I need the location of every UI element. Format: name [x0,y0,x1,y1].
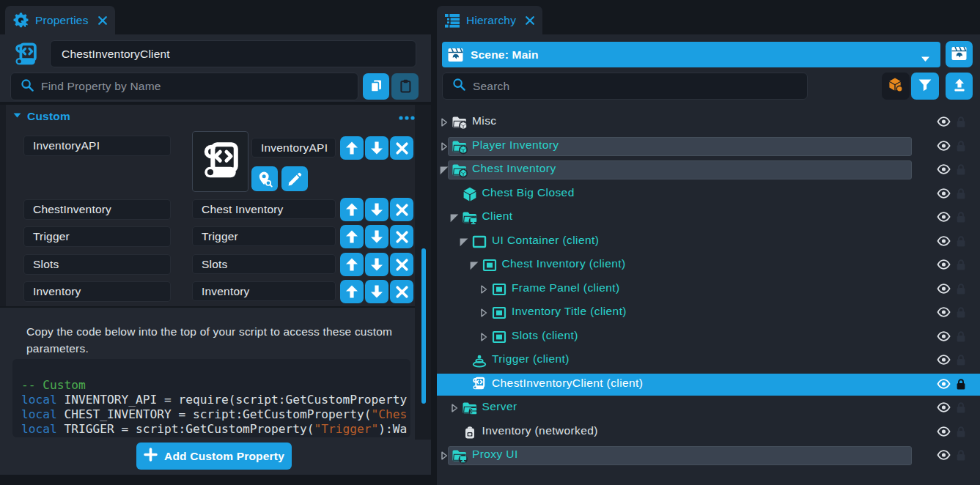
move-property-down-button[interactable] [365,136,388,160]
tree-row[interactable]: Inventory Title (client) [437,301,980,325]
asset-thumbnail[interactable] [192,131,248,192]
tree-row[interactable]: Proxy UI [437,444,980,468]
property-value-field[interactable]: Slots [192,254,336,274]
visibility-eye-icon[interactable] [937,354,951,369]
delete-property-button[interactable] [390,253,413,276]
tree-row[interactable]: Client [437,206,980,230]
property-value-field[interactable]: InventoryAPI [251,138,336,158]
visibility-eye-icon[interactable] [937,378,951,393]
property-value-field[interactable]: Trigger [192,226,336,246]
delete-property-button[interactable] [390,136,413,160]
tree-row[interactable]: Frame Panel (client) [437,278,980,302]
collapse-arrow-icon[interactable] [468,259,480,274]
code-snippet-block[interactable]: -- Customlocal INVENTORY_API = require(s… [12,359,410,437]
visibility-eye-icon[interactable] [937,211,951,226]
filter-button[interactable] [911,73,939,100]
paste-properties-button[interactable] [391,73,419,100]
lock-icon[interactable] [955,211,967,226]
visibility-eye-icon[interactable] [937,306,951,321]
tree-row[interactable]: Misc [437,111,980,135]
tab-properties[interactable]: Properties [5,6,115,34]
tree-row[interactable]: Chest Inventory (client) [437,253,980,278]
expand-arrow-icon[interactable] [438,141,450,155]
lock-icon[interactable] [955,330,967,346]
visibility-eye-icon[interactable] [937,235,951,250]
move-property-up-button[interactable] [340,280,364,303]
properties-scrollbar-thumb[interactable] [421,248,426,404]
delete-property-button[interactable] [390,198,413,221]
visibility-eye-icon[interactable] [937,163,951,178]
close-hierarchy-tab-icon[interactable] [525,15,535,26]
move-property-down-button[interactable] [365,253,388,276]
tree-row[interactable]: Server [437,396,980,421]
tree-row[interactable]: Trigger (client) [437,349,980,373]
property-name-field[interactable]: Inventory [23,281,171,302]
property-search-input[interactable]: Find Property by Name [10,73,358,100]
property-name-field[interactable]: Trigger [23,226,171,247]
copy-properties-button[interactable] [363,73,389,100]
expand-arrow-icon[interactable] [478,284,490,298]
lock-icon[interactable] [955,449,967,464]
lock-icon[interactable] [955,426,967,441]
move-property-up-button[interactable] [340,225,364,248]
publish-upload-button[interactable] [946,73,973,100]
expand-arrow-icon[interactable] [438,116,450,131]
visibility-eye-icon[interactable] [937,283,951,297]
visibility-eye-icon[interactable] [937,140,951,155]
visibility-eye-icon[interactable] [937,116,951,130]
add-custom-property-button[interactable]: Add Custom Property [136,443,292,470]
lock-icon[interactable] [955,283,967,298]
lock-icon[interactable] [955,401,967,417]
tree-row[interactable]: UI Container (client) [437,230,980,254]
lock-icon[interactable] [955,140,967,155]
collapse-arrow-icon[interactable] [449,212,460,226]
show-assets-button[interactable] [882,73,910,100]
move-property-down-button[interactable] [365,198,388,221]
tree-row[interactable]: Chest Inventory [437,158,980,182]
lock-icon[interactable] [955,235,967,251]
script-name-input[interactable]: ChestInventoryClient [50,40,416,67]
close-properties-tab-icon[interactable] [97,15,108,26]
expand-arrow-icon[interactable] [449,402,460,417]
visibility-eye-icon[interactable] [937,401,951,416]
property-value-field[interactable]: Chest Inventory [192,199,336,219]
expand-arrow-icon[interactable] [478,331,490,346]
expand-arrow-icon[interactable] [478,307,490,322]
tree-row[interactable]: Chest Big Closed [437,182,980,207]
find-asset-button[interactable] [251,166,278,191]
lock-icon[interactable] [955,354,967,369]
expand-arrow-icon[interactable] [438,450,450,464]
lock-icon[interactable] [955,306,967,322]
tree-row[interactable]: Inventory (networked) [437,421,980,445]
lock-icon[interactable] [955,163,967,179]
move-property-down-button[interactable] [365,280,388,303]
lock-icon[interactable] [955,378,967,393]
visibility-eye-icon[interactable] [937,188,951,202]
move-property-up-button[interactable] [340,198,364,221]
property-value-field[interactable]: Inventory [192,281,336,301]
visibility-eye-icon[interactable] [937,449,951,464]
lock-icon[interactable] [955,116,967,131]
property-name-field[interactable]: ChestInventory [23,199,171,220]
custom-section-header[interactable]: Custom [0,107,431,126]
collapse-arrow-icon[interactable] [438,164,450,179]
tab-hierarchy[interactable]: Hierarchy [437,6,542,34]
visibility-eye-icon[interactable] [937,259,951,273]
delete-property-button[interactable] [390,280,413,303]
tree-row[interactable]: ChestInventoryClient (client) [437,373,980,397]
collapse-arrow-icon[interactable] [458,236,470,251]
delete-property-button[interactable] [390,225,413,248]
visibility-eye-icon[interactable] [937,330,951,345]
visibility-eye-icon[interactable] [937,426,951,440]
scene-selector-dropdown[interactable]: Scene: Main [442,42,940,67]
tree-row[interactable]: Player Inventory [437,135,980,159]
tree-row[interactable]: Slots (client) [437,325,980,349]
move-property-down-button[interactable] [365,225,388,248]
property-name-field[interactable]: InventoryAPI [23,136,171,156]
section-menu-icon[interactable] [398,111,416,124]
section-collapse-caret-icon[interactable] [12,110,22,123]
edit-asset-button[interactable] [281,166,308,191]
move-property-up-button[interactable] [340,253,364,276]
hierarchy-search-input[interactable]: Search [442,73,808,100]
lock-icon[interactable] [955,259,967,274]
